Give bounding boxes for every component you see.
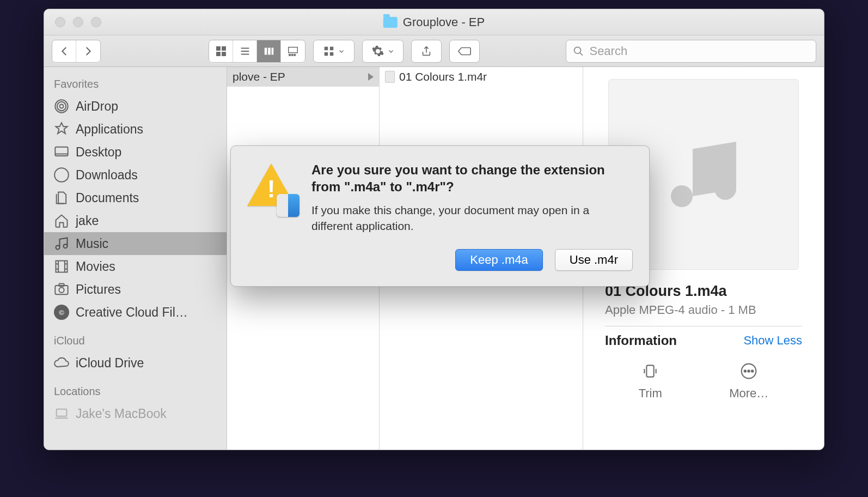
column-view-button[interactable] [257, 40, 281, 62]
svg-rect-8 [268, 47, 271, 54]
svg-rect-3 [222, 52, 225, 55]
toolbar [44, 35, 824, 67]
sidebar-item-label: jake [76, 214, 99, 228]
sidebar-item-label: AirDrop [76, 99, 118, 114]
action-label: Trim [639, 386, 662, 401]
svg-rect-16 [325, 52, 328, 55]
search-input[interactable] [589, 44, 809, 58]
dialog-title: Are you sure you want to change the exte… [311, 161, 633, 195]
svg-point-34 [59, 288, 64, 293]
keep-m4a-button[interactable]: Keep .m4a [455, 249, 542, 271]
sidebar-item-home[interactable]: jake [44, 209, 227, 232]
sidebar-item-label: Music [76, 237, 108, 251]
divider [605, 326, 802, 326]
airdrop-icon [54, 99, 69, 114]
svg-rect-17 [330, 52, 333, 55]
tags-button[interactable] [449, 40, 480, 63]
preview-actions: Trim More… [605, 362, 802, 401]
use-m4r-button[interactable]: Use .m4r [555, 249, 633, 271]
share-button[interactable] [411, 40, 442, 63]
documents-icon [54, 190, 69, 205]
downloads-icon [54, 167, 69, 183]
forward-button[interactable] [76, 40, 100, 62]
sidebar: Favorites AirDrop Applications Desktop D… [44, 67, 227, 450]
show-less-link[interactable]: Show Less [743, 334, 802, 348]
sidebar-header-icloud: iCloud [44, 331, 227, 351]
more-icon [740, 362, 757, 380]
trim-icon [641, 362, 659, 380]
svg-point-18 [574, 47, 581, 53]
traffic-lights [44, 17, 101, 27]
column-item-file[interactable]: 01 Colours 1.m4r [380, 67, 583, 87]
sidebar-item-icloud-drive[interactable]: iCloud Drive [44, 351, 227, 374]
dialog-icon [247, 163, 297, 214]
window-title: Grouplove - EP [403, 15, 485, 29]
back-button[interactable] [52, 40, 76, 62]
svg-rect-2 [216, 52, 219, 55]
svg-rect-33 [55, 286, 68, 294]
svg-rect-35 [59, 284, 64, 287]
svg-rect-7 [264, 47, 267, 54]
sidebar-item-desktop[interactable]: Desktop [44, 141, 227, 163]
extension-change-dialog: Are you sure you want to change the exte… [230, 146, 650, 287]
zoom-dot[interactable] [91, 17, 101, 27]
sidebar-item-label: Movies [76, 259, 115, 274]
sidebar-item-airdrop[interactable]: AirDrop [44, 95, 227, 118]
laptop-icon [54, 406, 69, 421]
svg-rect-1 [222, 46, 225, 50]
music-note-icon [660, 131, 747, 218]
audio-file-icon [385, 71, 395, 83]
sidebar-item-label: Applications [76, 122, 143, 137]
sidebar-item-label: Desktop [76, 145, 121, 160]
sidebar-item-downloads[interactable]: Downloads [44, 163, 227, 186]
svg-rect-14 [325, 46, 328, 50]
sidebar-item-label: Creative Cloud Fil… [76, 305, 188, 320]
sidebar-item-label: Jake's MacBook [76, 407, 167, 421]
nav-buttons [52, 40, 101, 63]
svg-point-40 [748, 370, 750, 372]
action-button[interactable] [362, 40, 404, 63]
sidebar-item-creative-cloud[interactable]: ©Creative Cloud Fil… [44, 301, 227, 324]
sidebar-header-favorites: Favorites [44, 75, 227, 95]
home-icon [54, 213, 69, 228]
preview-info-row: Information Show Less [605, 333, 802, 348]
cc-icon: © [54, 305, 69, 320]
apps-icon [54, 122, 69, 137]
group-by-button[interactable] [313, 40, 354, 63]
preview-info-header: Information [605, 333, 677, 348]
preview-subtitle: Apple MPEG-4 audio - 1 MB [605, 303, 802, 317]
sidebar-header-locations: Locations [44, 382, 227, 402]
gallery-view-button[interactable] [281, 40, 305, 62]
svg-rect-23 [55, 147, 68, 156]
more-action[interactable]: More… [729, 362, 768, 401]
cloud-icon [54, 355, 69, 371]
icon-view-button[interactable] [209, 40, 233, 62]
list-view-button[interactable] [233, 40, 257, 62]
sidebar-item-applications[interactable]: Applications [44, 118, 227, 141]
sidebar-item-music[interactable]: Music [44, 232, 227, 255]
action-label: More… [729, 386, 768, 401]
svg-line-19 [580, 52, 583, 55]
svg-rect-37 [647, 365, 654, 377]
chevron-right-icon [368, 73, 374, 81]
minimize-dot[interactable] [73, 17, 83, 27]
sidebar-item-label: Documents [76, 191, 139, 205]
sidebar-item-pictures[interactable]: Pictures [44, 278, 227, 301]
column-item-folder[interactable]: plove - EP [227, 67, 379, 87]
close-dot[interactable] [55, 17, 65, 27]
svg-rect-15 [330, 46, 333, 50]
dialog-message: If you make this change, your document m… [311, 203, 633, 234]
svg-rect-10 [289, 47, 298, 52]
sidebar-item-movies[interactable]: Movies [44, 255, 227, 278]
window-title-area: Grouplove - EP [383, 15, 485, 29]
trim-action[interactable]: Trim [639, 362, 662, 401]
sidebar-item-documents[interactable]: Documents [44, 186, 227, 209]
svg-rect-36 [57, 409, 67, 416]
svg-rect-9 [271, 47, 273, 54]
svg-rect-0 [216, 46, 219, 50]
search-box[interactable] [566, 40, 816, 63]
music-icon [54, 236, 69, 251]
sidebar-item-macbook[interactable]: Jake's MacBook [44, 402, 227, 425]
sidebar-item-label: Downloads [76, 168, 138, 183]
sidebar-item-label: Pictures [76, 282, 121, 297]
